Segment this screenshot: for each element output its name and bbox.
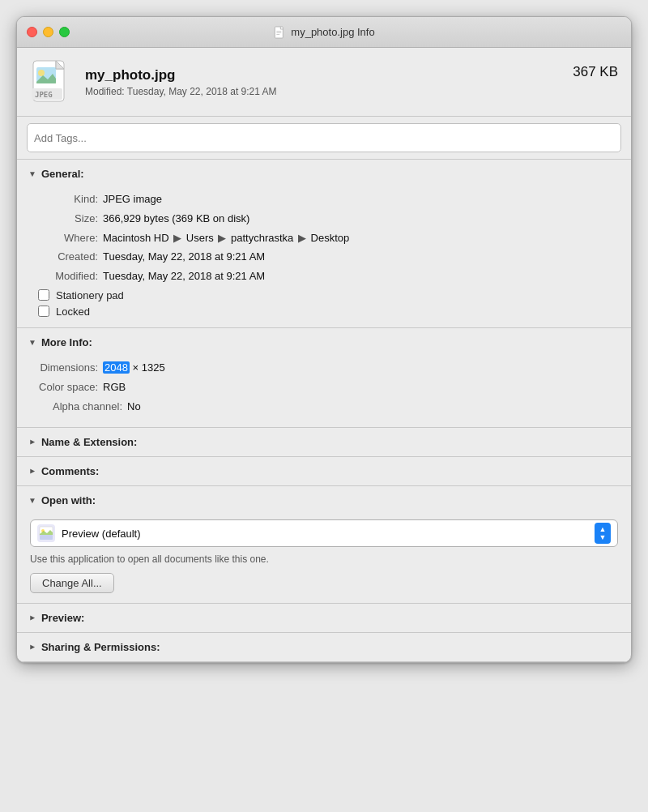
more-info-section: ▼ More Info: Dimensions: 2048 × 1325 Col… <box>17 328 631 428</box>
color-space-row: Color space: RGB <box>33 379 615 396</box>
dropdown-arrows: ▲ ▼ <box>595 523 611 544</box>
size-row: Size: 366,929 bytes (369 KB on disk) <box>33 211 615 228</box>
file-size: 367 KB <box>573 64 618 80</box>
stationery-label: Stationery pad <box>56 289 124 301</box>
jpeg-icon: JPEG <box>30 59 75 105</box>
comments-header[interactable]: ▼ Comments: <box>17 457 631 485</box>
dimensions-row: Dimensions: 2048 × 1325 <box>33 360 615 377</box>
info-window: my_photo.jpg Info JPEG my_ph <box>16 16 632 663</box>
tags-input[interactable] <box>27 123 621 152</box>
svg-point-8 <box>38 70 45 76</box>
alpha-channel-row: Alpha channel: No <box>33 399 615 416</box>
where-row: Where: Macintosh HD ▶ Users ▶ pattychras… <box>33 230 615 247</box>
collapse-triangle-general: ▼ <box>28 169 36 178</box>
created-value: Tuesday, May 22, 2018 at 9:21 AM <box>103 249 265 266</box>
close-button[interactable] <box>27 27 37 37</box>
sharing-permissions-section: ▼ Sharing & Permissions: <box>17 633 631 662</box>
collapse-triangle-comments: ▼ <box>28 468 36 476</box>
open-with-header[interactable]: ▼ Open with: <box>17 486 631 515</box>
maximize-button[interactable] <box>59 27 70 37</box>
dimensions-highlight: 2048 <box>103 361 130 374</box>
name-extension-header[interactable]: ▼ Name & Extension: <box>17 428 631 456</box>
file-header-left: JPEG my_photo.jpg Modified: Tuesday, May… <box>30 59 277 105</box>
preview-section: ▼ Preview: <box>17 604 631 633</box>
titlebar: my_photo.jpg Info <box>17 17 631 48</box>
open-with-note: Use this application to open all documen… <box>30 553 618 565</box>
kind-row: Kind: JPEG image <box>33 191 615 208</box>
collapse-triangle-sharing: ▼ <box>28 643 36 652</box>
more-info-section-header[interactable]: ▼ More Info: <box>17 328 631 357</box>
general-section: ▼ General: Kind: JPEG image Size: 366,92… <box>17 160 631 328</box>
traffic-lights <box>27 27 70 37</box>
window-title: my_photo.jpg Info <box>273 26 374 39</box>
general-section-header[interactable]: ▼ General: <box>17 160 631 188</box>
document-icon <box>273 26 286 39</box>
general-section-content: Kind: JPEG image Size: 366,929 bytes (36… <box>17 188 631 327</box>
open-with-content: Preview (default) ▲ ▼ Use this applicati… <box>17 515 631 603</box>
stationery-row: Stationery pad <box>38 289 615 301</box>
change-all-button[interactable]: Change All... <box>30 573 114 593</box>
color-space-value: RGB <box>103 379 126 396</box>
sharing-permissions-header[interactable]: ▼ Sharing & Permissions: <box>17 633 631 661</box>
locked-checkbox[interactable] <box>38 306 49 317</box>
dimensions-value: 2048 × 1325 <box>103 360 165 377</box>
modified-row: Modified: Tuesday, May 22, 2018 at 9:21 … <box>33 268 615 285</box>
svg-rect-1 <box>276 31 281 32</box>
app-name: Preview (default) <box>62 528 141 540</box>
svg-text:JPEG: JPEG <box>35 91 53 99</box>
minimize-button[interactable] <box>43 27 53 37</box>
app-dropdown-left: Preview (default) <box>37 524 141 542</box>
kind-value: JPEG image <box>103 191 162 208</box>
stationery-checkbox[interactable] <box>38 289 49 301</box>
svg-rect-2 <box>276 32 281 33</box>
file-name: my_photo.jpg <box>85 67 277 83</box>
size-value: 366,929 bytes (369 KB on disk) <box>103 211 249 228</box>
preview-app-icon <box>37 524 55 542</box>
file-info-text: my_photo.jpg Modified: Tuesday, May 22, … <box>85 67 277 97</box>
svg-rect-3 <box>276 34 279 35</box>
modified-value: Tuesday, May 22, 2018 at 9:21 AM <box>103 268 265 285</box>
collapse-triangle-preview: ▼ <box>28 614 36 622</box>
file-header: JPEG my_photo.jpg Modified: Tuesday, May… <box>17 48 631 117</box>
created-row: Created: Tuesday, May 22, 2018 at 9:21 A… <box>33 249 615 266</box>
app-dropdown[interactable]: Preview (default) ▲ ▼ <box>30 519 618 547</box>
name-extension-section: ▼ Name & Extension: <box>17 428 631 457</box>
preview-header[interactable]: ▼ Preview: <box>17 604 631 632</box>
svg-rect-11 <box>40 535 53 540</box>
collapse-triangle-more-info: ▼ <box>28 338 36 347</box>
locked-label: Locked <box>56 306 90 318</box>
comments-section: ▼ Comments: <box>17 457 631 486</box>
tags-section <box>17 117 631 160</box>
file-modified-line: Modified: Tuesday, May 22, 2018 at 9:21 … <box>85 86 277 97</box>
alpha-channel-value: No <box>127 399 141 416</box>
file-large-icon: JPEG <box>30 59 75 105</box>
where-value: Macintosh HD ▶ Users ▶ pattychrastka ▶ D… <box>103 230 349 247</box>
more-info-section-content: Dimensions: 2048 × 1325 Color space: RGB… <box>17 357 631 427</box>
collapse-triangle-open-with: ▼ <box>28 496 36 505</box>
locked-row: Locked <box>38 306 615 318</box>
collapse-triangle-name: ▼ <box>28 438 36 447</box>
open-with-section: ▼ Open with: Preview (default) ▲ <box>17 486 631 604</box>
